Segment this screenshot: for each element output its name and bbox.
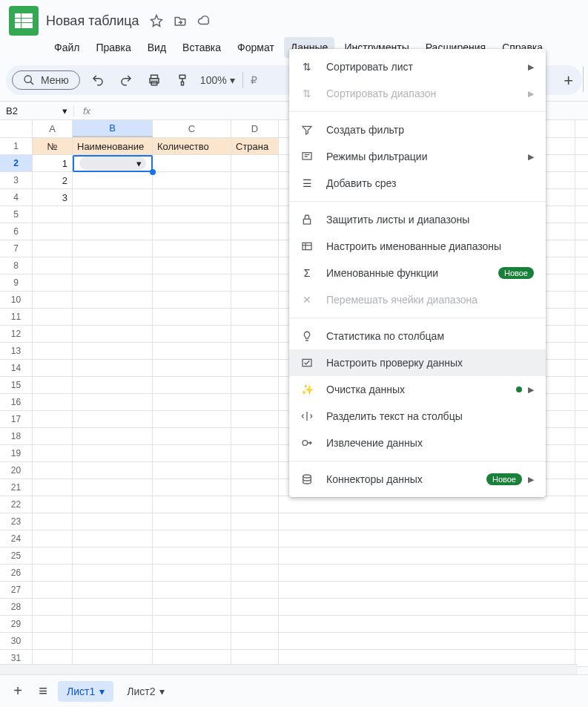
cell[interactable] (153, 343, 231, 359)
menu-item-create-filter[interactable]: Создать фильтр (289, 116, 546, 143)
cell[interactable] (153, 633, 231, 649)
cell[interactable] (279, 530, 575, 547)
row-header[interactable]: 22 (0, 496, 33, 513)
cell[interactable] (153, 513, 231, 530)
cell[interactable] (33, 274, 73, 291)
horizontal-scrollbar[interactable] (0, 664, 578, 674)
cell[interactable] (231, 223, 279, 240)
cell[interactable] (231, 206, 279, 223)
row-header[interactable]: 2 (0, 155, 33, 171)
cell[interactable]: 2 (33, 172, 73, 188)
menu-item-split-text[interactable]: Разделить текст на столбцы (289, 403, 546, 430)
menu-item-data-cleanup[interactable]: ✨ Очистка данных ▶ (289, 376, 546, 403)
cell[interactable] (231, 326, 279, 342)
cell[interactable] (73, 479, 153, 496)
name-box[interactable]: B2 ▾ (0, 105, 74, 116)
cell[interactable] (153, 394, 231, 410)
menu-item-data-connectors[interactable]: Коннекторы данных Новое▶ (289, 466, 546, 493)
cell[interactable] (33, 240, 73, 257)
row-header[interactable]: 23 (0, 513, 33, 530)
cell[interactable] (153, 616, 231, 632)
row-header[interactable]: 19 (0, 445, 33, 461)
menu-item-sort-sheet[interactable]: ⇅ Сортировать лист ▶ (289, 53, 546, 80)
row-header[interactable]: 29 (0, 616, 33, 632)
cell[interactable] (33, 326, 73, 342)
cell[interactable] (73, 309, 153, 325)
document-title[interactable]: Новая таблица (46, 13, 139, 29)
zoom-select[interactable]: 100% ▾ (200, 74, 235, 86)
cell[interactable] (33, 479, 73, 496)
cell[interactable] (33, 547, 73, 564)
cell[interactable] (73, 633, 153, 649)
cell[interactable] (231, 155, 279, 171)
cell[interactable] (33, 394, 73, 410)
cell[interactable] (73, 240, 153, 257)
row-header[interactable]: 13 (0, 343, 33, 359)
cell[interactable] (73, 206, 153, 223)
row-header[interactable]: 10 (0, 292, 33, 308)
cell[interactable] (33, 462, 73, 479)
cell[interactable] (73, 513, 153, 530)
redo-button[interactable] (116, 70, 136, 91)
cell[interactable] (73, 189, 153, 205)
dropdown-chip[interactable]: ▾ (79, 157, 146, 170)
col-header-b[interactable]: B (73, 120, 153, 137)
row-header[interactable]: 6 (0, 223, 33, 240)
cell[interactable] (231, 292, 279, 308)
expand-toolbar-button[interactable]: + (564, 71, 573, 91)
cell[interactable] (73, 428, 153, 444)
menu-edit[interactable]: Правка (89, 37, 137, 58)
cell[interactable] (73, 394, 153, 410)
cell[interactable] (153, 172, 231, 188)
cell[interactable] (153, 428, 231, 444)
cell[interactable] (33, 599, 73, 615)
cell[interactable]: 3 (33, 189, 73, 205)
cell[interactable] (33, 377, 73, 393)
cell[interactable] (153, 530, 231, 547)
cell[interactable] (33, 633, 73, 649)
cell[interactable]: № (33, 138, 73, 154)
cell[interactable] (73, 462, 153, 479)
row-header[interactable]: 15 (0, 377, 33, 393)
cell[interactable] (279, 547, 575, 564)
cell[interactable] (231, 445, 279, 461)
sheet-tab-2[interactable]: Лист2 ▾ (118, 681, 174, 702)
cell[interactable] (33, 530, 73, 547)
cell[interactable] (73, 292, 153, 308)
select-all-corner[interactable] (0, 120, 33, 137)
paint-format-button[interactable] (172, 70, 193, 91)
cell[interactable] (33, 292, 73, 308)
cell[interactable] (153, 411, 231, 427)
print-button[interactable] (144, 70, 165, 91)
cell[interactable] (231, 547, 279, 564)
cell[interactable] (33, 343, 73, 359)
cell[interactable] (231, 599, 279, 615)
cell[interactable] (33, 428, 73, 444)
row-header[interactable]: 16 (0, 394, 33, 410)
row-header[interactable]: 30 (0, 633, 33, 649)
row-header[interactable]: 8 (0, 257, 33, 274)
row-header[interactable]: 20 (0, 462, 33, 479)
cell[interactable] (33, 257, 73, 274)
cell[interactable] (73, 343, 153, 359)
cell[interactable] (153, 206, 231, 223)
menu-item-protect[interactable]: Защитить листы и диапазоны (289, 206, 546, 233)
cell[interactable] (73, 360, 153, 376)
menu-item-data-extraction[interactable]: Извлечение данных (289, 430, 546, 456)
cell[interactable] (153, 496, 231, 513)
cell[interactable] (279, 616, 575, 632)
cell[interactable] (73, 445, 153, 461)
col-header-d[interactable]: D (231, 120, 279, 137)
cell[interactable] (33, 411, 73, 427)
cell[interactable] (153, 326, 231, 342)
cell[interactable] (153, 274, 231, 291)
menu-file[interactable]: Файл (47, 37, 86, 58)
row-header[interactable]: 14 (0, 360, 33, 376)
cell[interactable] (73, 274, 153, 291)
cell[interactable] (153, 240, 231, 257)
star-icon[interactable] (150, 14, 163, 27)
cell[interactable] (279, 599, 575, 615)
cell[interactable] (153, 155, 231, 171)
cell[interactable] (73, 599, 153, 615)
cell[interactable] (153, 309, 231, 325)
